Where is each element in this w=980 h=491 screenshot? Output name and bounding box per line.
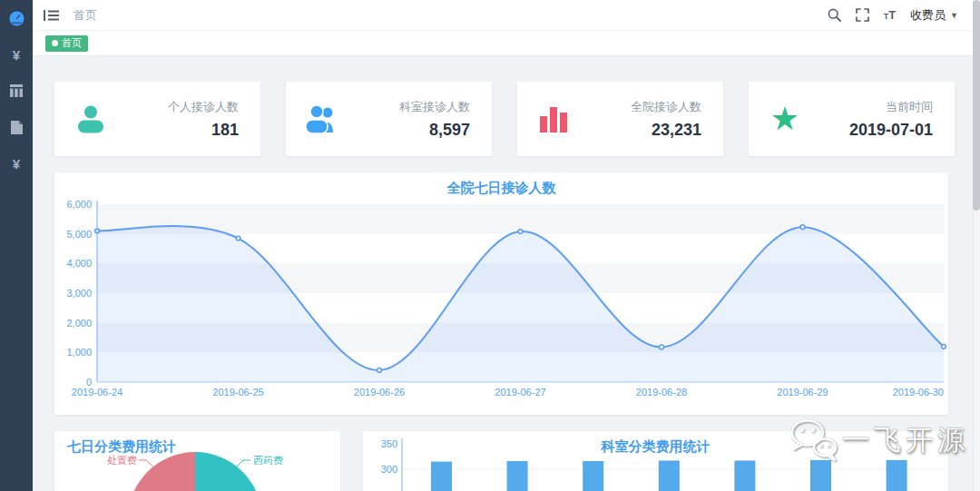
tag-label: 首页 [62, 36, 82, 50]
line-chart-title: 全院七日接诊人数 [54, 180, 948, 197]
bar-chart-panel: 350300 科室分类费用统计 [363, 431, 948, 491]
user-dropdown[interactable]: 收费员 ▼ [910, 7, 958, 24]
document-icon [11, 121, 23, 134]
stat-value: 181 [127, 121, 239, 140]
svg-text:2019-06-30: 2019-06-30 [893, 387, 944, 398]
svg-text:2019-06-24: 2019-06-24 [72, 387, 122, 398]
star-icon: ★ [770, 103, 799, 135]
navbar: 首页 TT 收费员 ▼ [33, 0, 973, 31]
people-icon [304, 103, 340, 135]
yen-icon: ¥ [13, 156, 20, 172]
svg-text:3,000: 3,000 [66, 288, 92, 299]
seven-day-visits-line-chart: 01,0002,0003,0004,0005,0006,0002019-06-2… [54, 195, 948, 413]
sidebar-item-charge[interactable]: ¥ [0, 36, 33, 73]
svg-text:2019-06-25: 2019-06-25 [212, 387, 263, 398]
svg-text:西药费: 西药费 [253, 455, 283, 466]
svg-text:2019-06-28: 2019-06-28 [636, 387, 687, 398]
stat-value: 23,231 [590, 121, 701, 140]
stat-label: 科室接诊人数 [358, 99, 470, 115]
sidebar-item-fees[interactable]: ¥ [0, 145, 33, 182]
table-icon [10, 84, 23, 97]
svg-text:6,000: 6,000 [66, 199, 92, 210]
pie-chart-title: 七日分类费用统计 [54, 438, 340, 456]
hamburger-menu-button[interactable] [33, 0, 70, 31]
stat-card-personal-visits: 个人接诊人数 181 [54, 82, 260, 156]
yen-icon: ¥ [13, 47, 20, 63]
stat-value: 8,597 [358, 121, 470, 140]
bar-chart-icon [538, 103, 569, 134]
stat-label: 全院接诊人数 [590, 99, 701, 115]
sidebar-item-dashboard[interactable] [0, 0, 33, 36]
font-size-button[interactable]: TT [884, 9, 896, 21]
hamburger-icon [44, 9, 59, 22]
pie-chart-panel: 处置费西药费 七日分类费用统计 [54, 431, 340, 491]
stat-card-hospital-visits: 全院接诊人数 23,231 [517, 82, 723, 156]
svg-text:300: 300 [381, 464, 397, 475]
scrollbar-track[interactable] [973, 0, 980, 491]
dashboard-icon [9, 11, 24, 26]
person-icon [74, 103, 107, 135]
stat-value: 2019-07-01 [821, 121, 933, 140]
breadcrumb[interactable]: 首页 [74, 7, 97, 24]
stat-card-department-visits: 科室接诊人数 8,597 [286, 82, 492, 156]
sidebar-item-table[interactable] [0, 73, 33, 109]
scrollbar-thumb[interactable] [973, 0, 980, 211]
svg-text:2019-06-27: 2019-06-27 [495, 387, 545, 398]
tag-active-dot [52, 40, 58, 46]
svg-text:4,000: 4,000 [66, 258, 92, 269]
svg-text:2,000: 2,000 [66, 318, 92, 329]
tag-home[interactable]: 首页 [45, 35, 88, 52]
stat-label: 当前时间 [821, 99, 933, 115]
chevron-down-icon: ▼ [950, 11, 958, 20]
svg-text:处置费: 处置费 [107, 455, 137, 466]
svg-text:1,000: 1,000 [66, 347, 92, 358]
stat-label: 个人接诊人数 [127, 99, 239, 115]
search-button[interactable] [828, 8, 841, 22]
fullscreen-icon [856, 8, 869, 22]
search-icon [828, 8, 841, 22]
fullscreen-button[interactable] [856, 8, 869, 22]
tags-view-bar: 首页 [33, 31, 973, 56]
bar-chart-title: 科室分类费用统计 [363, 438, 948, 456]
svg-text:2019-06-29: 2019-06-29 [777, 387, 828, 398]
line-chart-panel: 全院七日接诊人数 01,0002,0003,0004,0005,0006,000… [54, 172, 948, 415]
user-name: 收费员 [910, 7, 946, 24]
sidebar: ¥ ¥ [0, 0, 33, 491]
svg-text:5,000: 5,000 [66, 229, 92, 240]
sidebar-item-document[interactable] [0, 109, 33, 145]
stat-card-current-date: ★ 当前时间 2019-07-01 [749, 82, 955, 156]
svg-text:2019-06-26: 2019-06-26 [354, 387, 405, 398]
